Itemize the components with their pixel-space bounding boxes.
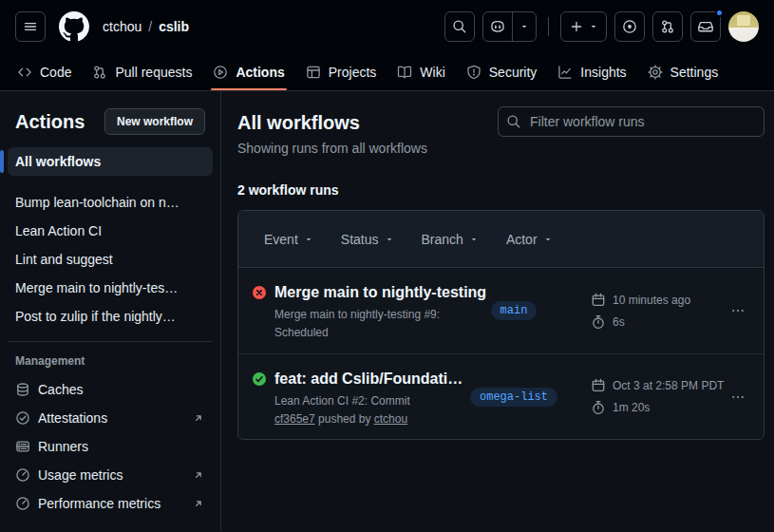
sidebar-item-usage-metrics[interactable]: Usage metrics <box>8 461 213 489</box>
run-time: 10 minutes ago <box>613 294 690 307</box>
kebab-horizontal-icon <box>730 390 746 405</box>
breadcrumb-repo[interactable]: cslib <box>159 19 189 34</box>
github-mark-icon <box>59 11 89 42</box>
copilot-menu-button[interactable] <box>512 12 536 41</box>
breadcrumb: ctchou / cslib <box>103 19 189 34</box>
branch-badge[interactable]: main <box>491 301 538 320</box>
run-description-line2: Scheduled <box>274 326 329 339</box>
run-title-link[interactable]: feat: add Cslib/Foundati… <box>274 370 468 388</box>
management-list: Caches Attestations Runners Usage metric… <box>8 375 213 518</box>
tab-security[interactable]: Security <box>459 53 545 90</box>
tab-label: Projects <box>329 65 377 80</box>
hamburger-menu-button[interactable] <box>15 11 46 42</box>
sidebar-item-attestations[interactable]: Attestations <box>8 404 213 432</box>
sidebar-item-workflow[interactable]: Bump lean-toolchain on n… <box>8 188 213 217</box>
table-icon <box>306 65 321 80</box>
search-icon <box>452 19 467 34</box>
runs-filter-bar: Event Status Branch Actor <box>238 211 764 268</box>
run-meta: 10 minutes ago 6s <box>591 268 726 353</box>
check-circle-fill-icon <box>252 371 267 387</box>
tab-wiki[interactable]: Wiki <box>389 53 452 90</box>
tab-label: Security <box>489 65 538 80</box>
tab-actions[interactable]: Actions <box>205 53 292 90</box>
sidebar-item-workflow[interactable]: Post to zulip if the nightly… <box>8 302 213 331</box>
git-pull-request-icon <box>92 65 107 80</box>
play-circle-icon <box>213 65 228 80</box>
code-icon <box>17 65 32 80</box>
x-circle-fill-icon <box>252 285 267 300</box>
run-description: Merge main to nightly-testing #9: Schedu… <box>274 306 468 341</box>
copilot-button[interactable] <box>483 12 512 41</box>
run-description: Lean Action CI #2: Commit cf365e7 pushed… <box>274 392 468 428</box>
meter-icon <box>15 496 30 511</box>
sidebar-item-caches[interactable]: Caches <box>8 375 213 404</box>
arrow-up-right-icon <box>192 468 205 482</box>
verified-icon <box>15 410 30 426</box>
sidebar-item-workflow[interactable]: Merge main to nightly-tes… <box>8 274 213 302</box>
tab-insights[interactable]: Insights <box>550 53 633 90</box>
page-title: All workflows <box>237 112 427 134</box>
tab-projects[interactable]: Projects <box>298 53 385 90</box>
run-description-line1: Lean Action CI #2: Commit <box>274 394 410 408</box>
workflow-label: Bump lean-toolchain on n… <box>15 195 179 210</box>
tab-pull-requests[interactable]: Pull requests <box>85 53 199 90</box>
workflow-run-row: feat: add Cslib/Foundati… Lean Action CI… <box>238 353 764 439</box>
workflow-label: Post to zulip if the nightly… <box>15 309 176 324</box>
header-actions <box>444 11 759 42</box>
create-new-button[interactable] <box>560 11 607 42</box>
github-logo-link[interactable] <box>59 11 89 42</box>
tab-code[interactable]: Code <box>9 53 79 90</box>
issues-button[interactable] <box>614 11 645 42</box>
run-options-button[interactable] <box>726 354 750 439</box>
sidebar-item-all-workflows[interactable]: All workflows <box>8 147 213 176</box>
sidebar-item-label: Performance metrics <box>38 496 160 511</box>
actor-filter-dropdown[interactable]: Actor <box>506 232 553 247</box>
run-meta: Oct 3 at 2:58 PM PDT 1m 20s <box>591 354 726 439</box>
sidebar-item-workflow[interactable]: Lint and suggest <box>8 245 213 274</box>
run-options-button[interactable] <box>726 268 750 353</box>
arrow-up-right-icon <box>192 497 205 510</box>
kebab-horizontal-icon <box>730 303 746 318</box>
sidebar-title: Actions <box>15 111 85 133</box>
chevron-down-icon <box>385 235 394 244</box>
global-header: ctchou / cslib <box>0 0 774 53</box>
event-filter-dropdown[interactable]: Event <box>264 232 313 247</box>
run-description-middle: pushed by <box>318 412 370 426</box>
sidebar-item-performance-metrics[interactable]: Performance metrics <box>8 489 213 518</box>
pull-requests-button[interactable] <box>652 11 683 42</box>
sidebar-item-label: Runners <box>38 439 88 454</box>
workflows-main: All workflows Showing runs from all work… <box>221 91 774 531</box>
sidebar-item-runners[interactable]: Runners <box>8 432 213 461</box>
status-filter-dropdown[interactable]: Status <box>341 232 394 247</box>
branch-filter-dropdown[interactable]: Branch <box>422 232 479 247</box>
workflow-list: Bump lean-toolchain on n… Lean Action CI… <box>8 188 213 331</box>
workflow-runs-card: Event Status Branch Actor <box>237 210 765 440</box>
stopwatch-icon <box>591 400 606 415</box>
repo-nav: Code Pull requests Actions Projects Wiki… <box>0 53 774 91</box>
tab-label: Pull requests <box>115 65 192 80</box>
tab-label: Actions <box>236 65 284 80</box>
run-duration: 1m 20s <box>613 401 650 414</box>
avatar[interactable] <box>728 11 759 42</box>
stopwatch-icon <box>591 314 606 330</box>
sidebar-item-workflow[interactable]: Lean Action CI <box>8 217 213 245</box>
sidebar-item-label: Attestations <box>38 410 107 426</box>
breadcrumb-owner[interactable]: ctchou <box>103 19 142 34</box>
new-workflow-button[interactable]: New workflow <box>104 108 205 135</box>
run-title-link[interactable]: Merge main to nightly-testing <box>274 284 468 301</box>
search-button[interactable] <box>444 11 475 42</box>
tab-settings[interactable]: Settings <box>640 53 727 90</box>
filter-workflow-runs-box <box>498 106 765 137</box>
chevron-down-icon <box>519 22 529 31</box>
branch-badge[interactable]: omega-list <box>470 388 557 407</box>
run-description-line1: Merge main to nightly-testing #9: <box>274 308 440 321</box>
circle-dot-icon <box>622 19 637 34</box>
commit-link[interactable]: cf365e7 <box>274 412 315 426</box>
search-icon <box>506 114 521 129</box>
filter-workflow-runs-input[interactable] <box>528 113 756 130</box>
workflow-run-row: Merge main to nightly-testing Merge main… <box>238 268 764 353</box>
meter-icon <box>15 467 30 483</box>
actor-link[interactable]: ctchou <box>374 412 407 426</box>
filter-label: Actor <box>506 232 538 247</box>
rows-icon <box>15 439 30 454</box>
